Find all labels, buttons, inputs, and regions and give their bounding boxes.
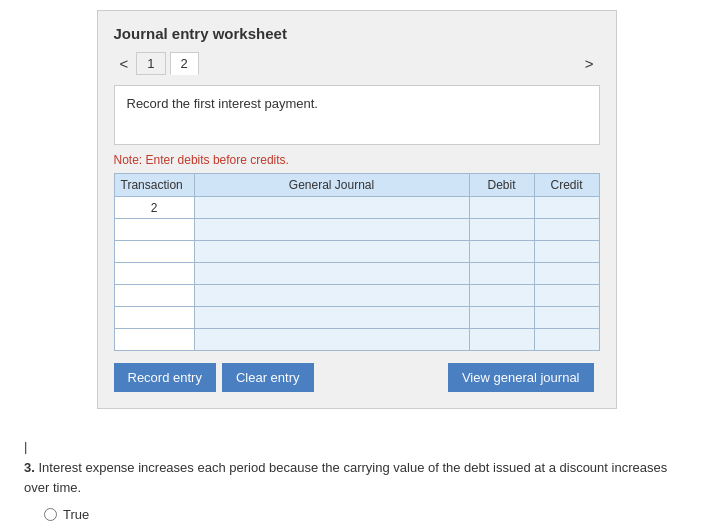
journal-input[interactable] [195,263,469,284]
journal-input[interactable] [195,307,469,328]
credit-cell[interactable] [534,329,599,351]
credit-input[interactable] [535,263,599,284]
table-row: 2 [114,197,194,219]
debit-input[interactable] [470,219,534,240]
instruction-text: Record the first interest payment. [127,96,318,111]
journal-input[interactable] [195,219,469,240]
debit-input[interactable] [470,329,534,350]
cursor-indicator: | [24,439,693,454]
debit-input[interactable] [470,307,534,328]
note-text: Note: Enter debits before credits. [114,153,600,167]
credit-cell[interactable] [534,307,599,329]
credit-input[interactable] [535,219,599,240]
view-general-journal-button[interactable]: View general journal [448,363,594,392]
table-row [114,307,194,329]
table-row [114,263,194,285]
debit-cell[interactable] [469,197,534,219]
tab-1[interactable]: 1 [136,52,165,75]
credit-input[interactable] [535,329,599,350]
journal-input[interactable] [195,197,469,218]
journal-input[interactable] [195,285,469,306]
credit-input[interactable] [535,197,599,218]
credit-cell[interactable] [534,285,599,307]
credit-cell[interactable] [534,197,599,219]
button-row: Record entry Clear entry View general jo… [114,363,600,392]
option-true[interactable]: True [44,507,693,522]
question-text: 3. Interest expense increases each perio… [24,458,693,497]
credit-cell[interactable] [534,219,599,241]
journal-cell[interactable] [194,263,469,285]
header-transaction: Transaction [114,174,194,197]
debit-cell[interactable] [469,263,534,285]
radio-true[interactable] [44,508,57,521]
record-entry-button[interactable]: Record entry [114,363,216,392]
bottom-section: | 3. Interest expense increases each per… [20,439,693,526]
journal-entry-worksheet: Journal entry worksheet < 1 2 > Record t… [97,10,617,409]
debit-input[interactable] [470,197,534,218]
debit-cell[interactable] [469,285,534,307]
debit-cell[interactable] [469,219,534,241]
radio-group: True False [24,507,693,526]
clear-entry-button[interactable]: Clear entry [222,363,314,392]
journal-cell[interactable] [194,285,469,307]
journal-cell[interactable] [194,241,469,263]
credit-cell[interactable] [534,241,599,263]
option-true-label: True [63,507,89,522]
table-row [114,285,194,307]
credit-cell[interactable] [534,263,599,285]
debit-cell[interactable] [469,307,534,329]
debit-input[interactable] [470,285,534,306]
credit-input[interactable] [535,307,599,328]
debit-input[interactable] [470,263,534,284]
next-arrow[interactable]: > [579,55,600,72]
table-row [114,219,194,241]
worksheet-title: Journal entry worksheet [114,25,600,42]
header-debit: Debit [469,174,534,197]
debit-input[interactable] [470,241,534,262]
tab-2[interactable]: 2 [170,52,199,75]
debit-cell[interactable] [469,241,534,263]
header-general-journal: General Journal [194,174,469,197]
question-number: 3. [24,460,35,475]
question-body: Interest expense increases each period b… [24,460,667,495]
header-credit: Credit [534,174,599,197]
journal-cell[interactable] [194,307,469,329]
debit-cell[interactable] [469,329,534,351]
table-row [114,241,194,263]
journal-input[interactable] [195,241,469,262]
journal-cell[interactable] [194,329,469,351]
table-row [114,329,194,351]
credit-input[interactable] [535,241,599,262]
journal-cell[interactable] [194,219,469,241]
journal-table: Transaction General Journal Debit Credit… [114,173,600,351]
credit-input[interactable] [535,285,599,306]
journal-cell[interactable] [194,197,469,219]
prev-arrow[interactable]: < [114,55,135,72]
journal-input[interactable] [195,329,469,350]
instruction-box: Record the first interest payment. [114,85,600,145]
tab-navigation: < 1 2 > [114,52,600,75]
